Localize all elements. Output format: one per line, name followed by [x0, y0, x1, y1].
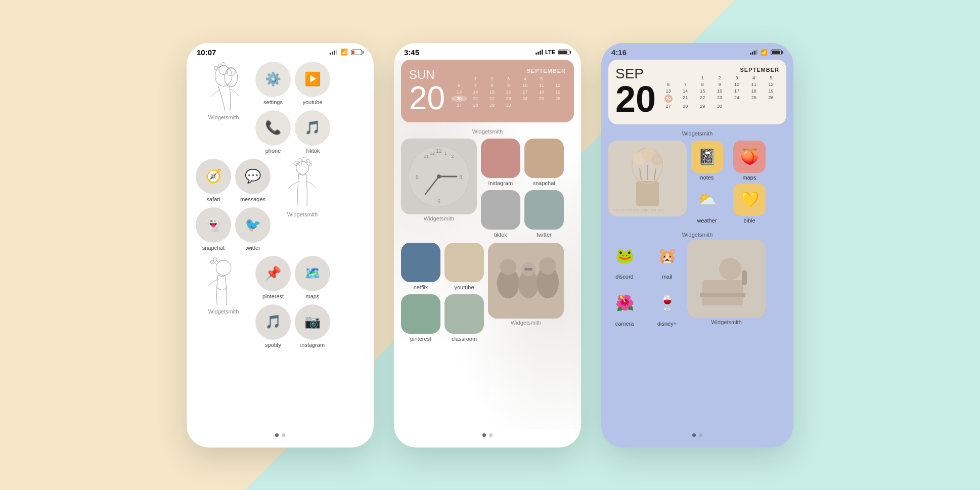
- status-icons-3: 📶: [750, 49, 783, 56]
- tiktok-app-icon[interactable]: [481, 190, 520, 230]
- svg-point-3: [218, 64, 221, 67]
- discord-app[interactable]: 🐸 discord: [608, 240, 641, 280]
- p3-cal-grid: 1 2 3 4 5 6 7 8 9 10 11 12 13: [660, 75, 779, 109]
- widgetsmith-name-2c: Widgetsmith: [511, 320, 542, 326]
- notes-app-icon[interactable]: 📓: [691, 141, 723, 173]
- safari-icon-group[interactable]: 🧭 safari: [196, 159, 231, 202]
- dot-3-inactive: [699, 433, 702, 437]
- settings-icon[interactable]: ⚙️: [255, 62, 291, 97]
- disney-app[interactable]: 🍷 disney+: [651, 287, 683, 327]
- p2-middle-row: 12 3 6 9 11 12 1 2: [401, 139, 574, 238]
- mail-app-icon[interactable]: 🐹: [651, 240, 683, 272]
- p3-photo-large-svg: [687, 240, 766, 318]
- widgetsmith-label-1: Widgetsmith: [208, 114, 239, 120]
- spotify-icon-group[interactable]: 🎵 spotify: [255, 304, 291, 348]
- app-pair-1: instagram snapchat: [481, 139, 564, 186]
- netflix-app[interactable]: netflix: [401, 243, 440, 290]
- weather-app-label: weather: [697, 217, 717, 224]
- tiktok-icon-group[interactable]: 🎵 Tiktok: [295, 110, 330, 154]
- svg-point-48: [719, 258, 741, 280]
- disney-app-icon[interactable]: 🍷: [651, 287, 683, 319]
- pinterest-app-label: pinterest: [410, 336, 431, 342]
- camera-app[interactable]: 🌺 camera: [608, 287, 641, 327]
- p3-row1: 'cause not everyone will see 📓 notes 🍑: [608, 141, 786, 227]
- weather-app-icon[interactable]: ⛅: [691, 184, 723, 216]
- calendar-widget-2: SUN 20 SEPTEMBER 1 2 3 4 5: [401, 60, 574, 122]
- settings-icon-group[interactable]: ⚙️ settings: [255, 62, 291, 105]
- instagram-app-icon[interactable]: [481, 139, 520, 178]
- tiktok-icon[interactable]: 🎵: [295, 110, 330, 146]
- twitter-icon-group[interactable]: 🐦 twitter: [235, 207, 271, 251]
- dot-2-active: [482, 433, 486, 437]
- snapchat-app-icon[interactable]: [524, 139, 564, 178]
- snapchat-icon[interactable]: 👻: [196, 207, 231, 243]
- instagram-icon-group[interactable]: 📷 instagram: [295, 304, 330, 348]
- spotify-icon[interactable]: 🎵: [255, 304, 291, 340]
- youtube-icon-group[interactable]: ▶️ youtube: [295, 62, 330, 105]
- youtube-app[interactable]: youtube: [444, 243, 484, 290]
- snapchat-icon-group[interactable]: 👻 snapchat: [196, 207, 231, 251]
- messages-icon-group[interactable]: 💬 messages: [235, 159, 271, 202]
- phone-icon-group[interactable]: 📞 phone: [255, 110, 291, 154]
- tiktok-app[interactable]: tiktok: [481, 190, 520, 238]
- phone-icon[interactable]: 📞: [255, 110, 291, 146]
- notes-app-label: notes: [700, 174, 714, 181]
- twitter-app-icon[interactable]: [524, 190, 564, 230]
- maps-icon-group[interactable]: 🗺️ maps: [295, 256, 330, 299]
- status-bar-2: 3:45 LTE: [394, 43, 581, 60]
- maps-app[interactable]: 🍑 maps: [733, 141, 766, 181]
- notes-app[interactable]: 📓 notes: [691, 141, 723, 181]
- svg-point-12: [309, 163, 311, 166]
- bible-app[interactable]: 💛 bible: [733, 184, 766, 224]
- p3-pair-notes-maps: 📓 notes 🍑 maps: [691, 141, 766, 181]
- messages-icon[interactable]: 💬: [235, 159, 271, 194]
- twitter-app[interactable]: twitter: [524, 190, 564, 238]
- camera-app-icon[interactable]: 🌺: [608, 287, 641, 319]
- pinterest-icon[interactable]: 📌: [255, 256, 291, 291]
- svg-point-2: [214, 66, 217, 69]
- battery-1: [351, 50, 364, 55]
- instagram-app[interactable]: instagram: [481, 139, 520, 186]
- mail-app[interactable]: 🐹 mail: [651, 240, 683, 280]
- maps-icon[interactable]: 🗺️: [295, 256, 330, 291]
- classroom-app[interactable]: classroom: [444, 294, 484, 342]
- svg-text:'cause not everyone will see: 'cause not everyone will see: [613, 208, 664, 212]
- p2-bottom-apps: netflix youtube pinterest: [401, 243, 484, 342]
- p3-pair-camera-disney: 🌺 camera 🍷 disney+: [608, 287, 683, 327]
- widgetsmith-label-3: Widgetsmith: [208, 308, 239, 315]
- clock-svg: 12 3 6 9 11 12 1 2: [406, 144, 472, 209]
- netflix-app-icon[interactable]: [401, 243, 440, 282]
- line-art-svg-1: [197, 60, 250, 113]
- widgetsmith-art-1: Widgetsmith: [196, 60, 251, 120]
- youtube-icon[interactable]: ▶️: [295, 62, 330, 97]
- p3-date: 20: [615, 81, 656, 117]
- widgetsmith-name-2b: Widgetsmith: [424, 215, 455, 221]
- p3-pair-weather-bible: ⛅ weather 💛 bible: [691, 184, 766, 224]
- svg-text:3: 3: [459, 174, 462, 180]
- classroom-app-icon[interactable]: [444, 294, 484, 334]
- classroom-app-label: classroom: [452, 336, 477, 342]
- safari-icon[interactable]: 🧭: [196, 159, 231, 194]
- signal-icon-2: [536, 50, 543, 55]
- p3-photo-large: [687, 240, 766, 318]
- snapchat-app[interactable]: snapchat: [524, 139, 564, 186]
- phone1-bottom: [187, 429, 374, 445]
- instagram-icon[interactable]: 📷: [295, 304, 330, 340]
- pinterest-app-icon[interactable]: [401, 294, 440, 334]
- clock-widget: 12 3 6 9 11 12 1 2: [401, 139, 477, 214]
- phone-label: phone: [265, 148, 281, 154]
- dot-1-inactive: [282, 433, 285, 437]
- tiktok-app-label: tiktok: [494, 232, 507, 238]
- phone3-inner: SEP 20 SEPTEMBER 1 2 3 4 5: [601, 60, 793, 445]
- maps-app-icon[interactable]: 🍑: [733, 141, 766, 173]
- spotify-label: spotify: [265, 342, 281, 348]
- youtube-app-icon[interactable]: [444, 243, 484, 282]
- widgetsmith-name-3a: Widgetsmith: [608, 130, 786, 137]
- twitter-icon[interactable]: 🐦: [235, 207, 271, 243]
- pinterest-icon-group[interactable]: 📌 pinterest: [255, 256, 291, 299]
- pinterest-app[interactable]: pinterest: [401, 294, 440, 342]
- discord-app-icon[interactable]: 🐸: [608, 240, 641, 272]
- bible-app-icon[interactable]: 💛: [733, 184, 766, 216]
- weather-app[interactable]: ⛅ weather: [691, 184, 723, 224]
- time-2: 3:45: [404, 48, 419, 57]
